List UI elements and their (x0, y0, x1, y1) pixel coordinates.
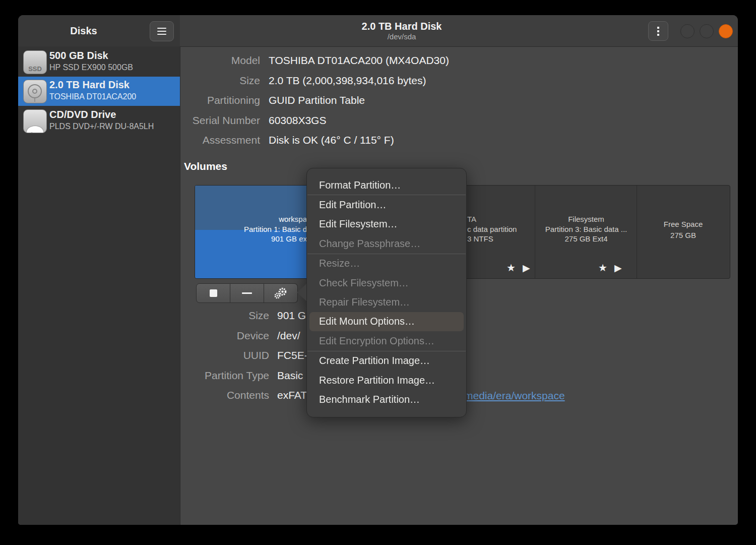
model-label: Model (179, 54, 260, 67)
partition-type-value: Basic (277, 370, 303, 382)
partitioning-label: Partitioning (179, 94, 260, 106)
contents-value: exFAT (277, 389, 307, 401)
menu-item-edit-mount-options[interactable]: Edit Mount Options… (309, 312, 464, 331)
segment-divider (637, 186, 637, 278)
uuid-label: UUID (179, 349, 269, 361)
sidebar-device-cd-dvd-drive[interactable]: CD/DVD Drive PLDS DVD+/-RW DU-8A5LH (18, 106, 180, 136)
device-detail: HP SSD EX900 500GB (49, 63, 133, 72)
unmount-button[interactable] (196, 283, 230, 303)
serial-number-label: Serial Number (179, 114, 260, 127)
partition-size-value: 901 G (277, 310, 306, 322)
hamburger-icon (157, 28, 166, 29)
device-label: Device (179, 330, 269, 342)
play-icon: ▶ (523, 262, 530, 274)
app-title: Disks (18, 15, 149, 46)
menu-item-create-partition-image[interactable]: Create Partition Image… (307, 351, 466, 371)
serial-number-value: 60308X3GS (269, 114, 326, 127)
menu-item-edit-filesystem[interactable]: Edit Filesystem… (307, 215, 466, 234)
optical-drive-icon (23, 109, 47, 133)
play-icon: ▶ (614, 262, 622, 274)
size-label: Size (179, 75, 260, 87)
popover-arrow (297, 283, 307, 301)
window-subtitle: /dev/sda (388, 32, 416, 41)
mounted-at-link[interactable]: media/era/workspace (464, 390, 565, 402)
sidebar-device-2tb-hard-disk[interactable]: 2.0 TB Hard Disk TOSHIBA DT01ACA200 (18, 77, 180, 106)
gears-icon (274, 287, 288, 299)
menu-item-restore-partition-image[interactable]: Restore Partition Image… (307, 371, 466, 390)
hard-disk-icon (23, 80, 47, 103)
star-icon: ★ (598, 262, 607, 274)
minimize-button[interactable] (680, 24, 695, 38)
menu-item-resize: Resize… (307, 254, 466, 273)
maximize-button[interactable] (700, 24, 714, 38)
disks-window: Disks 2.0 TB Hard Disk /dev/sda SSD (18, 15, 738, 525)
menu-item-benchmark-partition[interactable]: Benchmark Partition… (307, 390, 466, 409)
ssd-drive-icon: SSD (23, 50, 47, 74)
app-menu-button[interactable] (150, 21, 174, 41)
uuid-value: FC5E- (277, 349, 308, 361)
assessment-label: Assessment (179, 134, 260, 146)
menu-item-edit-partition[interactable]: Edit Partition… (307, 195, 466, 214)
device-name: 500 GB Disk (49, 50, 108, 62)
partition-options-button[interactable] (264, 283, 298, 303)
menu-item-change-passphrase: Change Passphrase… (307, 234, 466, 253)
model-value: TOSHIBA DT01ACA200 (MX4OAD30) (269, 54, 449, 67)
device-detail: PLDS DVD+/-RW DU-8A5LH (49, 122, 154, 131)
sidebar-headerbar: Disks (18, 15, 180, 47)
free-space-labels: Free Space275 GB (638, 219, 729, 241)
drive-menu-button[interactable] (648, 21, 668, 41)
device-name: 2.0 TB Hard Disk (49, 79, 130, 91)
partition-1-labels: workspaPartition 1: Basic d901 GB ex (195, 214, 307, 244)
partitioning-value: GUID Partition Table (269, 94, 365, 106)
assessment-value: Disk is OK (46° C / 115° F) (269, 134, 394, 146)
delete-partition-button[interactable] (230, 283, 264, 303)
device-name: CD/DVD Drive (49, 109, 116, 120)
menu-item-repair-filesystem: Repair Filesystem… (307, 292, 466, 312)
stop-icon (210, 289, 217, 297)
partition-size-label: Size (179, 310, 269, 322)
minus-icon (242, 292, 252, 294)
menu-item-format-partition[interactable]: Format Partition… (307, 175, 466, 195)
desktop-background: Disks 2.0 TB Hard Disk /dev/sda SSD (0, 0, 756, 545)
partition-type-label: Partition Type (179, 370, 269, 382)
window-title: 2.0 TB Hard Disk (362, 20, 442, 32)
menu-item-edit-encryption-options: Edit Encryption Options… (307, 331, 466, 350)
menu-item-check-filesystem: Check Filesystem… (307, 273, 466, 292)
volumes-heading: Volumes (184, 160, 227, 172)
partition-options-menu: Format Partition… Edit Partition… Edit F… (306, 168, 467, 417)
kebab-menu-icon (657, 27, 659, 29)
volume-toolbar (196, 283, 298, 303)
window-title-block: 2.0 TB Hard Disk /dev/sda (180, 15, 623, 46)
device-value: /dev/ (277, 330, 300, 342)
partition-2-labels: TAc data partition3 NTFS (467, 214, 517, 244)
contents-label: Contents (179, 389, 269, 401)
star-icon: ★ (507, 262, 516, 274)
partition-3-labels: FilesystemPartition 3: Basic data ...275… (536, 214, 637, 244)
size-value: 2.0 TB (2,000,398,934,016 bytes) (269, 75, 426, 87)
device-detail: TOSHIBA DT01ACA200 (49, 92, 136, 101)
sidebar-device-500gb-disk[interactable]: SSD 500 GB Disk HP SSD EX900 500GB (18, 47, 180, 77)
segment-divider (535, 186, 535, 278)
close-button[interactable] (719, 24, 733, 38)
